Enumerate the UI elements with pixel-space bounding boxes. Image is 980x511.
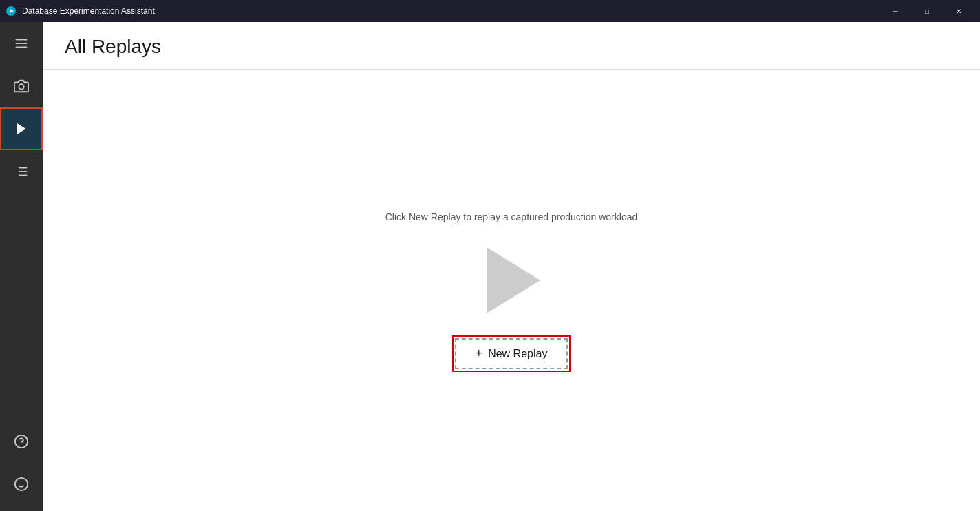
svg-point-5: [19, 84, 23, 89]
minimize-button[interactable]: ─: [880, 0, 911, 22]
close-button[interactable]: ✕: [943, 0, 974, 22]
help-icon: [14, 434, 29, 449]
sidebar-item-menu[interactable]: [0, 22, 43, 65]
sidebar-item-analysis[interactable]: [0, 150, 43, 193]
sidebar-item-capture[interactable]: [0, 65, 43, 107]
sidebar: [0, 22, 43, 511]
page-title: All Replays: [65, 36, 958, 58]
menu-icon: [14, 36, 29, 51]
play-icon-large-svg: [470, 239, 553, 322]
content-area: All Replays Click New Replay to replay a…: [43, 22, 980, 511]
camera-icon: [14, 79, 29, 94]
plus-icon: +: [476, 346, 483, 361]
svg-marker-6: [17, 123, 26, 135]
svg-marker-18: [487, 247, 540, 313]
page-header: All Replays: [43, 22, 980, 70]
app-icon: [6, 6, 17, 17]
sidebar-item-feedback[interactable]: [0, 463, 43, 505]
analysis-icon: [14, 164, 29, 179]
hint-text: Click New Replay to replay a captured pr…: [385, 211, 638, 222]
title-bar-title: Database Experimentation Assistant: [22, 6, 155, 16]
title-bar: Database Experimentation Assistant ─ □ ✕: [0, 0, 980, 22]
new-replay-label: New Replay: [488, 348, 547, 360]
sidebar-item-replay[interactable]: [0, 107, 43, 150]
sidebar-item-help[interactable]: [0, 420, 43, 463]
new-replay-button[interactable]: + New Replay: [455, 338, 568, 369]
title-bar-left: Database Experimentation Assistant: [6, 6, 155, 17]
sidebar-bottom: [0, 420, 43, 511]
large-play-icon: [470, 239, 553, 322]
main-layout: All Replays Click New Replay to replay a…: [0, 22, 980, 511]
play-icon: [14, 121, 29, 136]
feedback-icon: [14, 477, 29, 492]
title-bar-controls: ─ □ ✕: [880, 0, 974, 22]
svg-point-15: [15, 478, 28, 490]
page-body: Click New Replay to replay a captured pr…: [43, 70, 980, 511]
maximize-button[interactable]: □: [911, 0, 943, 22]
